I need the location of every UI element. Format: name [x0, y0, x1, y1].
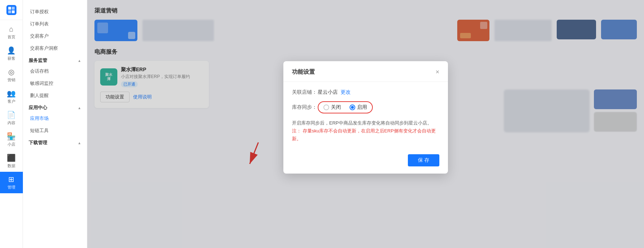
radio-circle-on	[350, 104, 355, 110]
sidebar-item-shop-label: 小店	[8, 142, 15, 147]
radio-option-on[interactable]: 启用	[347, 103, 370, 111]
modal-header: 功能设置 ×	[283, 61, 448, 82]
nav-group-service: 服务监管 ▲	[23, 54, 87, 65]
svg-rect-1	[8, 7, 11, 10]
sidebar-item-shop[interactable]: 🏪 小店	[0, 129, 23, 150]
sidebar-item-content-label: 内容	[8, 120, 15, 126]
sidebar-item-home[interactable]: ⌂ 首页	[0, 21, 23, 43]
modal-footer: 保 存	[283, 150, 448, 174]
modal-store-label: 关联店铺：	[292, 89, 318, 96]
main-content: 渠道营销 电商服务 聚水潭 聚水潭ERP 小店对接聚水潭ERP，实现订单履约 已…	[87, 0, 644, 248]
nav-group-service-label: 服务监管	[29, 57, 47, 64]
radio-option-off[interactable]: 关闭	[321, 103, 344, 111]
nav-group-download: 下载管理 ▲	[23, 137, 87, 147]
acquire-icon: 👤	[7, 46, 16, 55]
sidebar-item-data-label: 数据	[8, 163, 15, 169]
modal-settings: 功能设置 × 关联店铺： 星云小店 更改 库存同步： 关闭	[283, 61, 448, 174]
sidebar-item-acquire-label: 获客	[8, 56, 15, 61]
radio-on-label: 启用	[357, 104, 367, 111]
sidebar-item-manage-label: 管理	[8, 185, 15, 190]
modal-store-name: 星云小店	[318, 89, 338, 96]
nav-item-order-auth[interactable]: 订单授权	[23, 6, 87, 18]
nav-item-conversation[interactable]: 会话存档	[23, 65, 87, 77]
marketing-icon: ◎	[8, 68, 14, 76]
nav-item-short-link[interactable]: 短链工具	[23, 125, 87, 137]
nav-group-download-label: 下载管理	[29, 140, 47, 146]
sidebar-item-data[interactable]: ⬛ 数据	[0, 150, 23, 172]
nav-item-order-list[interactable]: 订单列表	[23, 18, 87, 30]
modal-sync-label: 库存同步：	[292, 104, 318, 111]
modal-close-button[interactable]: ×	[435, 69, 439, 75]
manage-icon: ⊞	[8, 175, 14, 184]
sidebar-item-manage[interactable]: ⊞ 管理	[0, 172, 23, 193]
nav-panel: 订单授权 订单列表 交易客户 交易客户洞察 服务监管 ▲ 会话存档 敏感词监控 …	[23, 0, 87, 248]
content-icon: 📄	[7, 111, 16, 119]
nav-group-app-label: 应用中心	[29, 104, 47, 111]
modal-desc-note-prefix: 注：	[292, 128, 301, 133]
sidebar-item-acquire[interactable]: 👤 获客	[0, 43, 23, 64]
data-icon: ⬛	[7, 154, 16, 162]
home-icon: ⌂	[9, 25, 13, 33]
sidebar-item-customer-label: 客户	[8, 99, 15, 104]
radio-group-sync: 关闭 启用	[318, 101, 373, 113]
nav-item-app-market[interactable]: 应用市场	[23, 112, 87, 125]
sidebar-logo	[0, 0, 23, 20]
sidebar-item-content[interactable]: 📄 内容	[0, 107, 23, 129]
radio-off-label: 关闭	[331, 104, 341, 111]
modal-desc-normal: 开启库存同步后，ERP中商品发生库存变化将自动同步到星云小店。	[292, 120, 432, 126]
sidebar-item-home-label: 首页	[8, 34, 15, 40]
nav-item-trade-customer[interactable]: 交易客户	[23, 30, 87, 42]
modal-title: 功能设置	[292, 68, 315, 76]
radio-circle-off	[323, 104, 329, 110]
modal-sync-row: 库存同步： 关闭 启用	[292, 101, 439, 113]
sidebar-item-marketing-label: 营销	[8, 77, 15, 83]
nav-item-sensitive[interactable]: 敏感词监控	[23, 77, 87, 89]
nav-group-download-chevron: ▲	[78, 141, 81, 145]
sidebar-item-customer[interactable]: 👥 客户	[0, 86, 23, 107]
sidebar: ⌂ 首页 👤 获客 ◎ 营销 👥 客户 📄 内容 🏪 小店 ⬛ 数据 ⊞ 管理	[0, 0, 23, 248]
svg-rect-4	[12, 10, 15, 13]
modal-body: 关联店铺： 星云小店 更改 库存同步： 关闭 启用	[283, 82, 448, 150]
nav-item-trade-insight[interactable]: 交易客户洞察	[23, 42, 87, 54]
nav-item-delete-reminder[interactable]: 删人提醒	[23, 89, 87, 102]
svg-rect-3	[8, 10, 11, 13]
shop-icon: 🏪	[7, 132, 16, 141]
app-logo-icon	[6, 5, 16, 15]
nav-group-service-chevron: ▲	[78, 59, 81, 63]
nav-group-app-center: 应用中心 ▲	[23, 102, 87, 112]
modal-description: 开启库存同步后，ERP中商品发生库存变化将自动同步到星云小店。 注： 存量sku…	[292, 119, 439, 143]
modal-store-row: 关联店铺： 星云小店 更改	[292, 89, 439, 96]
modal-desc-note: 存量sku库存不会自动更新，在启用之后ERP侧有变化才会自动更新。	[292, 128, 436, 141]
svg-rect-0	[6, 5, 16, 15]
customer-icon: 👥	[7, 89, 16, 98]
nav-group-app-chevron: ▲	[78, 106, 81, 110]
modal-save-button[interactable]: 保 存	[408, 154, 439, 166]
sidebar-item-marketing[interactable]: ◎ 营销	[0, 64, 23, 86]
modal-change-link[interactable]: 更改	[341, 89, 351, 96]
svg-rect-2	[12, 7, 15, 10]
